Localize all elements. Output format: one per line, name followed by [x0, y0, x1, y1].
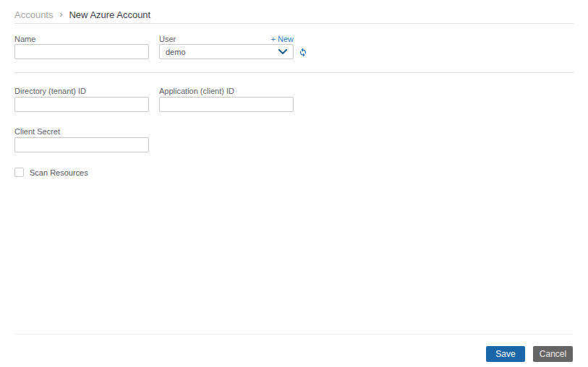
application-client-id-label: Application (client) ID — [159, 87, 234, 95]
user-select[interactable]: demo — [159, 44, 294, 59]
section-divider — [14, 72, 574, 73]
user-select-value: demo — [160, 48, 278, 56]
save-button[interactable]: Save — [486, 346, 525, 362]
directory-tenant-id-input[interactable] — [14, 97, 149, 112]
scan-resources-row: Scan Resources — [14, 168, 88, 177]
new-azure-account-page: Accounts › New Azure Account Name User +… — [0, 0, 588, 367]
cancel-button[interactable]: Cancel — [533, 346, 573, 362]
new-user-link[interactable]: + New — [159, 35, 294, 43]
refresh-icon — [298, 47, 308, 57]
directory-tenant-id-label: Directory (tenant) ID — [14, 87, 86, 95]
scan-resources-label[interactable]: Scan Resources — [30, 168, 88, 177]
page-title: New Azure Account — [69, 9, 150, 20]
breadcrumb-accounts-link[interactable]: Accounts — [14, 9, 53, 20]
footer-divider — [14, 334, 574, 334]
name-label: Name — [14, 35, 35, 43]
client-secret-label: Client Secret — [14, 127, 60, 136]
name-input[interactable] — [14, 44, 149, 59]
application-client-id-input[interactable] — [159, 97, 294, 112]
scan-resources-checkbox[interactable] — [14, 168, 24, 177]
chevron-down-icon — [278, 49, 287, 55]
chevron-right-icon: › — [59, 10, 62, 19]
breadcrumb: Accounts › New Azure Account — [14, 9, 150, 20]
client-secret-input[interactable] — [14, 137, 149, 152]
header-divider — [14, 23, 574, 24]
refresh-users-button[interactable] — [298, 47, 308, 57]
